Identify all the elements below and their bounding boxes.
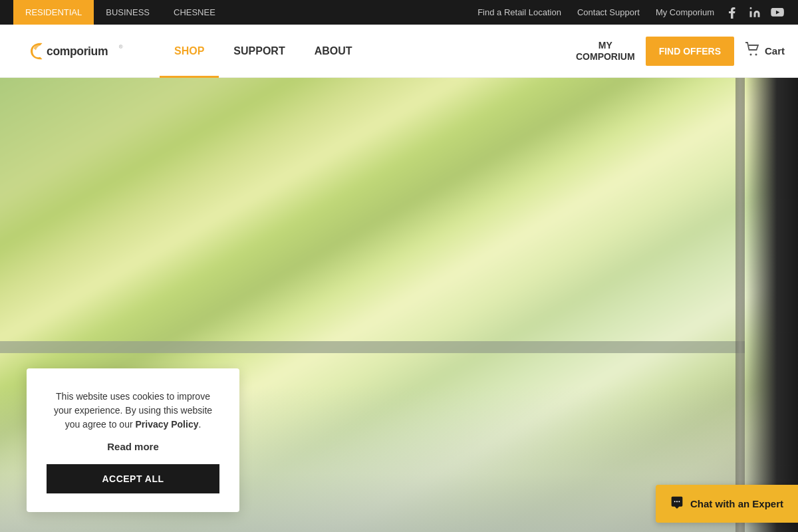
tab-chesnee[interactable]: CHESNEE	[162, 0, 227, 25]
svg-point-6	[678, 501, 680, 502]
social-icons	[725, 5, 785, 20]
logo-container[interactable]: comporium ®	[13, 38, 133, 65]
svg-text:comporium: comporium	[47, 44, 108, 57]
top-bar: RESIDENTIAL BUSINESS CHESNEE Find a Reta…	[0, 0, 798, 25]
privacy-policy-link[interactable]: Privacy Policy	[136, 419, 199, 430]
cart-button[interactable]: Cart	[745, 42, 785, 60]
cart-icon	[745, 42, 761, 60]
find-offers-button[interactable]: FIND OFFERS	[646, 37, 734, 66]
linkedin-icon[interactable]	[747, 5, 762, 20]
cart-label: Cart	[765, 45, 785, 57]
svg-point-3	[755, 54, 757, 56]
find-retail-link[interactable]: Find a Retail Location	[477, 7, 561, 17]
nav-right: MY COMPORIUM FIND OFFERS Cart	[576, 37, 785, 66]
nav-about[interactable]: ABOUT	[300, 25, 367, 78]
chat-with-expert-button[interactable]: Chat with an Expert	[656, 485, 798, 523]
svg-point-2	[749, 54, 751, 56]
chat-label: Chat with an Expert	[690, 498, 783, 509]
read-more-link[interactable]: Read more	[47, 441, 219, 452]
nav-links: SHOP SUPPORT ABOUT	[160, 25, 367, 77]
youtube-icon[interactable]	[770, 5, 785, 20]
tab-business[interactable]: BUSINESS	[94, 0, 162, 25]
nav-support[interactable]: SUPPORT	[219, 25, 299, 78]
my-comporium-link[interactable]: My Comporium	[656, 7, 714, 17]
accept-all-button[interactable]: ACCEPT ALL	[47, 464, 219, 493]
comporium-logo: comporium ®	[13, 38, 133, 65]
svg-point-4	[674, 501, 676, 502]
hero-section: This website uses cookies to improve you…	[0, 78, 798, 532]
tab-residential[interactable]: RESIDENTIAL	[13, 0, 94, 25]
top-bar-links: Find a Retail Location Contact Support M…	[477, 7, 714, 17]
top-bar-tabs: RESIDENTIAL BUSINESS CHESNEE	[13, 0, 227, 25]
cookie-text: This website uses cookies to improve you…	[47, 390, 219, 432]
my-comporium-btn[interactable]: MY COMPORIUM	[576, 40, 635, 63]
nav-shop[interactable]: SHOP	[160, 25, 219, 78]
chat-bubble-icon	[670, 495, 684, 512]
facebook-icon[interactable]	[725, 5, 739, 20]
contact-support-link[interactable]: Contact Support	[577, 7, 640, 17]
cookie-banner: This website uses cookies to improve you…	[27, 368, 239, 512]
main-nav: comporium ® SHOP SUPPORT ABOUT MY COMPOR…	[0, 25, 798, 78]
svg-text:®: ®	[119, 44, 123, 50]
svg-point-5	[676, 501, 678, 502]
